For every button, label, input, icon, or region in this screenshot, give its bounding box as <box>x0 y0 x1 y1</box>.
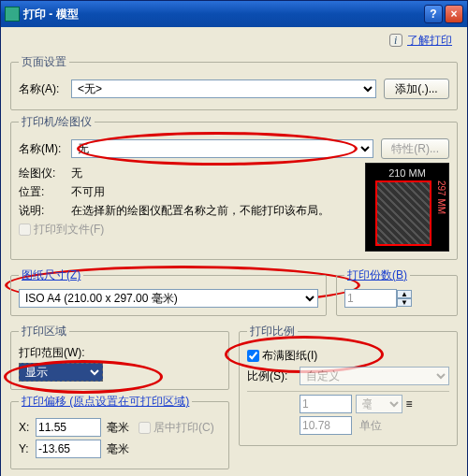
scale-ratio-select: 自定义 <box>300 367 449 385</box>
scale-num-input <box>300 395 352 413</box>
location-value: 不可用 <box>71 184 105 200</box>
center-print-checkbox <box>139 422 151 434</box>
print-range-select[interactable]: 显示 <box>19 363 103 382</box>
print-to-file-label: 打印到文件(F) <box>34 222 104 238</box>
copies-input <box>344 289 397 308</box>
center-print-label: 居中打印(C) <box>154 420 214 436</box>
properties-button: 特性(R)... <box>381 138 449 159</box>
offset-y-label: Y: <box>19 442 36 455</box>
preview-height-label: 297 MM <box>436 180 446 214</box>
titlebar: 打印 - 模型 ? × <box>1 1 467 27</box>
paper-size-group: 图纸尺寸(Z) ISO A4 (210.00 x 297.00 毫米) <box>10 267 327 316</box>
offset-y-input[interactable] <box>36 440 101 458</box>
preview-width-label: 210 MM <box>366 167 448 179</box>
scale-unit2-label: 单位 <box>359 418 382 434</box>
printer-name-label: 名称(M): <box>19 141 71 157</box>
pagesetup-name-select[interactable]: <无> <box>71 79 376 98</box>
app-icon <box>5 7 20 22</box>
page-setup-legend: 页面设置 <box>19 54 69 70</box>
preview-paper <box>375 180 431 246</box>
location-label: 位置: <box>19 184 71 200</box>
fit-paper-label: 布满图纸(I) <box>262 348 317 364</box>
page-setup-group: 页面设置 名称(A): <无> 添加(.)... <box>10 54 458 110</box>
pagesetup-name-label: 名称(A): <box>19 81 71 97</box>
print-area-legend: 打印区域 <box>19 324 69 339</box>
copies-spinner: ▲▼ <box>397 290 412 307</box>
print-range-label: 打印范围(W): <box>19 345 221 361</box>
info-icon: i <box>389 34 402 47</box>
scale-group: 打印比例 布满图纸(I) 比例(S): 自定义 毫米 ≡ <box>239 324 458 446</box>
printer-legend: 打印机/绘图仪 <box>19 114 95 130</box>
add-button[interactable]: 添加(.)... <box>384 79 449 99</box>
print-to-file-checkbox <box>19 224 31 236</box>
desc-label: 说明: <box>19 203 71 219</box>
learn-print-link[interactable]: 了解打印 <box>407 34 452 47</box>
fit-paper-checkbox[interactable] <box>247 350 259 362</box>
offset-x-unit: 毫米 <box>107 420 129 436</box>
copies-legend[interactable]: 打印份数(B) <box>344 267 410 283</box>
scale-ratio-label: 比例(S): <box>247 368 300 384</box>
paper-preview: 210 MM 297 MM <box>365 163 449 252</box>
offset-group: 打印偏移 (原点设置在可打印区域) X: 毫米 居中打印(C) Y: 毫米 <box>10 394 229 469</box>
paper-size-legend[interactable]: 图纸尺寸(Z) <box>19 267 83 283</box>
printer-name-select[interactable]: 无 <box>71 139 373 158</box>
offset-legend[interactable]: 打印偏移 (原点设置在可打印区域) <box>19 394 192 410</box>
copies-group: 打印份数(B) ▲▼ <box>336 267 458 316</box>
plotter-label: 绘图仪: <box>19 166 71 181</box>
scale-legend: 打印比例 <box>247 324 298 339</box>
scale-unit1-select: 毫米 <box>356 395 402 413</box>
offset-x-input[interactable] <box>36 418 101 437</box>
offset-x-label: X: <box>19 421 36 434</box>
help-button[interactable]: ? <box>424 5 443 23</box>
paper-size-select[interactable]: ISO A4 (210.00 x 297.00 毫米) <box>19 289 318 308</box>
plotter-value: 无 <box>71 166 82 181</box>
close-button[interactable]: × <box>445 5 463 23</box>
scale-denom-input <box>300 416 352 435</box>
desc-value: 在选择新的绘图仪配置名称之前，不能打印该布局。 <box>71 203 358 219</box>
window-title: 打印 - 模型 <box>23 7 422 22</box>
equals-icon: ≡ <box>402 397 416 411</box>
offset-y-unit: 毫米 <box>107 441 129 457</box>
printer-group: 打印机/绘图仪 名称(M): 无 特性(R)... 绘图仪:无 位置:不可用 说… <box>10 114 458 260</box>
print-area-group: 打印区域 打印范围(W): 显示 <box>10 324 229 390</box>
